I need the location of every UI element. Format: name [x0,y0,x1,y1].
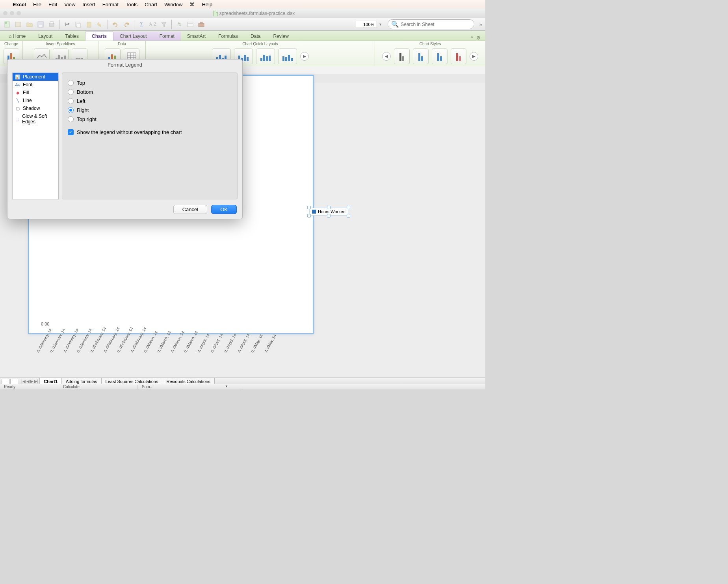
tab-tables[interactable]: Tables [59,32,85,41]
menu-chart[interactable]: Chart [145,2,157,7]
tab-charts[interactable]: Charts [85,31,113,41]
chart-style-next-icon[interactable]: ▶ [470,52,478,61]
menu-edit[interactable]: Edit [48,2,57,7]
quick-layout-3[interactable] [256,48,275,64]
first-sheet-icon[interactable]: |◀ [21,379,26,383]
ok-button[interactable]: OK [211,205,237,214]
status-ready: Ready [0,385,59,389]
dialog-title: Format Legend [7,60,242,69]
sidebar-item-shadow[interactable]: ▢Shadow [13,104,58,112]
menu-view[interactable]: View [64,2,75,7]
svg-rect-2 [15,22,21,27]
filter-icon[interactable] [160,20,168,29]
redo-icon[interactable] [122,20,131,29]
chart-style-3[interactable] [432,48,448,64]
paste-icon[interactable] [85,20,93,29]
zoom-dropdown-icon[interactable]: ▼ [379,22,382,26]
tab-review[interactable]: Review [267,32,295,41]
prev-sheet-icon[interactable]: ◀ [26,379,30,383]
status-sum[interactable]: Sum=▼ [138,385,240,389]
menu-insert[interactable]: Insert [82,2,95,7]
menu-tools[interactable]: Tools [126,2,137,7]
radio-left[interactable]: Left [68,97,232,106]
checkbox-no-overlap[interactable]: ✓Show the legend without overlapping the… [68,124,232,135]
excel-window: spreadsheets.formulas-practice.xlsx ✂ Σ … [0,9,485,389]
sort-icon[interactable]: A↓Z [149,20,157,29]
titlebar: spreadsheets.formulas-practice.xlsx [0,9,485,18]
svg-rect-6 [50,22,53,24]
group-chart-styles-label: Chart Styles [377,42,483,46]
menu-format[interactable]: Format [102,2,119,7]
tab-format[interactable]: Format [153,32,181,41]
cancel-button[interactable]: Cancel [173,205,207,214]
legend-swatch-icon [312,210,316,214]
undo-icon[interactable] [111,20,120,29]
page-layout-view-icon[interactable] [10,379,18,384]
gear-icon[interactable]: ⚙ [476,35,481,41]
search-input[interactable] [401,22,471,27]
zoom-value[interactable]: 100% [356,21,377,28]
svg-point-1 [5,22,7,24]
format-painter-icon[interactable] [96,20,104,29]
script-menu-icon[interactable]: ⌘ [189,2,195,7]
save-icon[interactable] [36,20,45,29]
group-quick-layouts-label: Chart Quick Layouts [148,42,372,46]
chart-legend[interactable]: Hours Worked [309,208,348,216]
overflow-icon[interactable]: » [479,21,482,28]
templates-icon[interactable] [14,20,23,29]
window-controls[interactable] [3,11,21,15]
tab-data[interactable]: Data [244,32,267,41]
collapse-ribbon-icon[interactable]: ^ [471,35,473,41]
group-change-label: Change [2,42,20,46]
last-sheet-icon[interactable]: ▶| [34,379,39,383]
sidebar-item-glow[interactable]: ▢Glow & Soft Edges [13,112,58,126]
chart-style-1[interactable] [394,48,410,64]
tab-home[interactable]: ⌂Home [2,32,32,41]
radio-top-right[interactable]: Top right [68,115,232,124]
toolbox-icon[interactable] [197,20,206,29]
radio-top[interactable]: Top [68,78,232,87]
glow-icon: ▢ [15,116,20,122]
copy-icon[interactable] [74,20,82,29]
chart-style-2[interactable] [413,48,429,64]
menu-file[interactable]: File [33,2,41,7]
quick-layout-next-icon[interactable]: ▶ [300,52,309,61]
search-box[interactable]: 🔍 [388,19,474,29]
sidebar-item-fill[interactable]: ◆Fill [13,89,58,97]
font-icon: Aa [15,82,20,87]
app-name[interactable]: Excel [13,2,26,7]
tab-chart-layout[interactable]: Chart Layout [113,32,153,41]
chart-style-prev-icon[interactable]: ◀ [382,52,391,61]
open-icon[interactable] [25,20,34,29]
next-sheet-icon[interactable]: ▶ [30,379,33,383]
dialog-content: Top Bottom Left Right Top right ✓Show th… [62,73,238,199]
quick-access-toolbar: ✂ Σ A↓Z fx 100% ▼ 🔍 » [0,18,485,31]
menu-help[interactable]: Help [202,2,212,7]
mac-menubar: Excel File Edit View Insert Format Tools… [0,0,485,9]
cut-icon[interactable]: ✂ [63,20,71,29]
sidebar-item-font[interactable]: AaFont [13,81,58,89]
sidebar-item-placement[interactable]: 📊Placement [13,73,58,81]
normal-view-icon[interactable] [2,379,9,384]
svg-rect-17 [127,53,136,60]
new-icon[interactable] [3,20,12,29]
y-axis-zero: 0.00 [41,322,49,326]
legend-text: Hours Worked [318,209,345,214]
radio-bottom[interactable]: Bottom [68,87,232,97]
dialog-sidebar: 📊Placement AaFont ◆Fill ╲Line ▢Shadow ▢G… [12,73,59,199]
fx-icon[interactable]: fx [175,20,184,29]
search-icon: 🔍 [391,20,399,28]
sidebar-item-line[interactable]: ╲Line [13,97,58,104]
menu-window[interactable]: Window [164,2,182,7]
tab-formulas[interactable]: Formulas [212,32,244,41]
quick-layout-4[interactable] [278,48,297,64]
print-icon[interactable] [47,20,56,29]
radio-right[interactable]: Right [68,106,232,115]
tab-layout[interactable]: Layout [32,32,59,41]
autosum-icon[interactable]: Σ [137,20,146,29]
chart-style-4[interactable] [451,48,466,64]
status-calculate[interactable]: Calculate [59,385,138,389]
show-formulas-icon[interactable] [186,20,195,29]
group-data-label: Data [101,42,143,46]
tab-smartart[interactable]: SmartArt [181,32,212,41]
